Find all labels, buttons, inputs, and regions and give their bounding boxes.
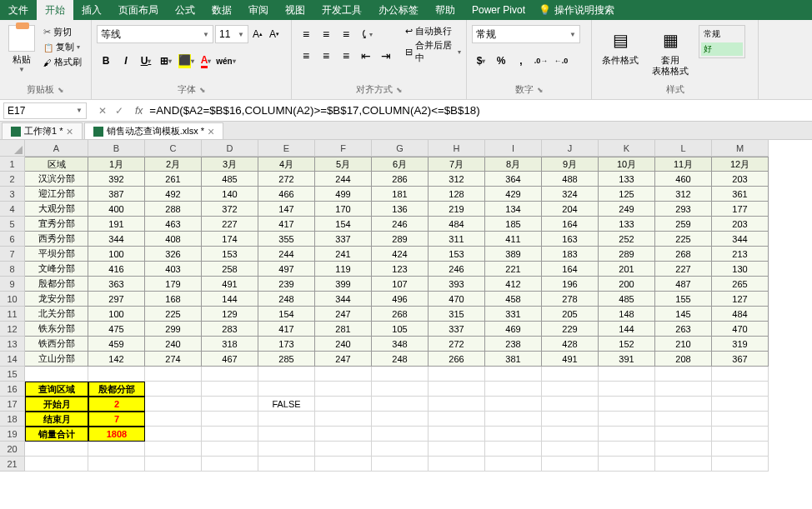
table-cell[interactable]: 殷都分部 — [25, 277, 88, 292]
menu-home[interactable]: 开始 — [37, 0, 73, 20]
dialog-launcher-icon[interactable]: ⬊ — [537, 86, 544, 94]
table-header[interactable]: 12月 — [712, 157, 769, 172]
table-cell[interactable]: 288 — [145, 202, 202, 217]
font-size-select[interactable]: 11▼ — [215, 25, 248, 43]
table-cell[interactable]: 361 — [712, 187, 769, 202]
empty-cell[interactable] — [372, 412, 429, 427]
table-cell[interactable]: 汉滨分部 — [25, 172, 88, 187]
table-cell[interactable]: 496 — [372, 292, 429, 307]
table-cell[interactable]: 289 — [372, 232, 429, 247]
table-cell[interactable]: 229 — [542, 322, 599, 337]
table-cell[interactable]: 213 — [712, 247, 769, 262]
table-cell[interactable]: 133 — [599, 172, 655, 187]
row-header-7[interactable]: 7 — [0, 247, 25, 262]
col-header-B[interactable]: B — [88, 140, 145, 157]
row-header-6[interactable]: 6 — [0, 232, 25, 247]
table-cell[interactable]: 173 — [258, 337, 315, 352]
empty-cell[interactable] — [145, 367, 202, 382]
table-cell[interactable]: 417 — [258, 322, 315, 337]
table-cell[interactable]: 204 — [542, 202, 599, 217]
table-cell[interactable]: 225 — [145, 307, 202, 322]
table-cell[interactable]: 283 — [202, 322, 258, 337]
orientation-button[interactable]: ⤹▾ — [357, 25, 375, 43]
table-cell[interactable]: 147 — [258, 202, 315, 217]
empty-cell[interactable] — [145, 457, 202, 472]
table-cell[interactable]: 497 — [258, 262, 315, 277]
table-cell[interactable]: 125 — [599, 187, 655, 202]
row-header-10[interactable]: 10 — [0, 292, 25, 307]
table-cell[interactable]: 145 — [655, 307, 712, 322]
table-cell[interactable]: 367 — [712, 352, 769, 367]
table-cell[interactable]: 252 — [599, 232, 655, 247]
table-cell[interactable]: 428 — [542, 337, 599, 352]
table-cell[interactable]: 272 — [429, 337, 485, 352]
table-cell[interactable]: 241 — [315, 247, 372, 262]
table-cell[interactable]: 286 — [372, 172, 429, 187]
menu-view[interactable]: 视图 — [277, 0, 313, 20]
table-cell[interactable]: 迎江分部 — [25, 187, 88, 202]
row-header-2[interactable]: 2 — [0, 172, 25, 187]
table-cell[interactable]: 127 — [712, 292, 769, 307]
table-cell[interactable]: 龙安分部 — [25, 292, 88, 307]
table-cell[interactable]: 408 — [145, 232, 202, 247]
table-cell[interactable]: 460 — [655, 172, 712, 187]
query-region-value[interactable]: 殷都分部 — [88, 382, 145, 397]
row-header-17[interactable]: 17 — [0, 397, 25, 412]
empty-cell[interactable] — [258, 427, 315, 442]
table-header[interactable]: 7月 — [429, 157, 485, 172]
accept-formula-button[interactable]: ✓ — [112, 103, 127, 118]
empty-cell[interactable] — [429, 457, 485, 472]
cell-e17[interactable]: FALSE — [258, 397, 315, 412]
empty-cell[interactable] — [712, 457, 769, 472]
select-all-button[interactable] — [0, 140, 25, 157]
table-cell[interactable]: 文峰分部 — [25, 262, 88, 277]
table-cell[interactable]: 148 — [599, 307, 655, 322]
table-cell[interactable]: 488 — [542, 172, 599, 187]
table-cell[interactable]: 348 — [372, 337, 429, 352]
empty-cell[interactable] — [202, 442, 258, 457]
empty-cell[interactable] — [429, 442, 485, 457]
name-box[interactable]: E17▼ — [3, 102, 87, 119]
empty-cell[interactable] — [599, 442, 655, 457]
table-cell[interactable]: 宜秀分部 — [25, 217, 88, 232]
empty-cell[interactable] — [258, 412, 315, 427]
row-header-4[interactable]: 4 — [0, 202, 25, 217]
dialog-launcher-icon[interactable]: ⬊ — [199, 86, 206, 94]
table-cell[interactable]: 244 — [315, 172, 372, 187]
table-cell[interactable]: 168 — [145, 292, 202, 307]
table-cell[interactable]: 311 — [429, 232, 485, 247]
table-cell[interactable]: 293 — [655, 202, 712, 217]
table-cell[interactable]: 164 — [542, 262, 599, 277]
italic-button[interactable]: I — [117, 52, 135, 70]
table-cell[interactable]: 238 — [485, 337, 542, 352]
increase-font-button[interactable]: A▴ — [250, 25, 265, 43]
table-cell[interactable]: 261 — [145, 172, 202, 187]
empty-cell[interactable] — [599, 367, 655, 382]
increase-indent-button[interactable]: ⇥ — [377, 47, 395, 65]
row-header-1[interactable]: 1 — [0, 157, 25, 172]
table-cell[interactable]: 337 — [429, 322, 485, 337]
row-header-9[interactable]: 9 — [0, 277, 25, 292]
row-header-11[interactable]: 11 — [0, 307, 25, 322]
query-total-label[interactable]: 销量合计 — [25, 427, 88, 442]
table-cell[interactable]: 163 — [542, 232, 599, 247]
empty-cell[interactable] — [542, 457, 599, 472]
table-cell[interactable]: 344 — [88, 232, 145, 247]
query-start-value[interactable]: 2 — [88, 397, 145, 412]
table-cell[interactable]: 244 — [258, 247, 315, 262]
table-cell[interactable]: 170 — [315, 202, 372, 217]
menu-power-pivot[interactable]: Power Pivot — [464, 0, 534, 20]
percent-button[interactable]: % — [492, 52, 510, 70]
empty-cell[interactable] — [429, 427, 485, 442]
empty-cell[interactable] — [655, 397, 712, 412]
table-cell[interactable]: 289 — [599, 247, 655, 262]
empty-cell[interactable] — [599, 457, 655, 472]
table-header[interactable]: 区域 — [25, 157, 88, 172]
empty-cell[interactable] — [145, 412, 202, 427]
table-cell[interactable]: 105 — [372, 322, 429, 337]
dialog-launcher-icon[interactable]: ⬊ — [396, 86, 403, 94]
table-header[interactable]: 9月 — [542, 157, 599, 172]
table-cell[interactable]: 470 — [429, 292, 485, 307]
table-cell[interactable]: 119 — [315, 262, 372, 277]
table-header[interactable]: 10月 — [599, 157, 655, 172]
